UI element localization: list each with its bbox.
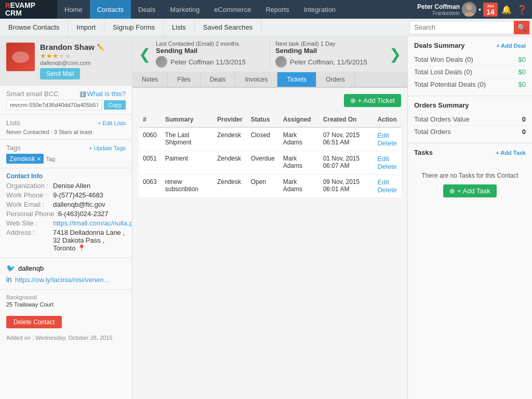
- contact-info-section: Contact Info Organization : Denise Allen…: [0, 168, 132, 258]
- col-assigned: Assigned: [279, 112, 319, 127]
- tab-tickets[interactable]: Tickets: [277, 72, 316, 87]
- contact-nav: ❮ Last Contacted (Email) 2 months Sendin…: [132, 36, 407, 72]
- delete-link[interactable]: Delete: [377, 163, 397, 170]
- user-info: Peter Coffman Frankestein: [417, 3, 460, 16]
- prev-arrow[interactable]: ❮: [139, 41, 151, 68]
- nav-deals[interactable]: Deals: [131, 0, 163, 19]
- col-id: #: [139, 112, 161, 127]
- add-task-button[interactable]: ⊕ + Add Task: [443, 184, 497, 197]
- sub-nav-signup-forms[interactable]: Signup Forms: [104, 19, 164, 36]
- delete-link[interactable]: Delete: [377, 139, 397, 147]
- ticket-assigned: Mark Adams: [279, 151, 319, 175]
- search-bar: 🔍: [409, 21, 530, 34]
- nav-marketing[interactable]: Marketing: [163, 0, 207, 19]
- tag-remove-icon[interactable]: ×: [37, 155, 41, 163]
- total-won-deals-row: Total Won Deals (0) $0: [414, 54, 526, 66]
- col-status: Status: [247, 112, 279, 127]
- col-created: Created On: [319, 112, 374, 127]
- col-summary: Summary: [161, 112, 213, 127]
- twitter-icon: 🐦: [6, 264, 15, 272]
- deals-summary-title: Deals Summary: [414, 42, 465, 49]
- edit-lists-link[interactable]: + Edit Lists: [98, 120, 126, 126]
- contact-name: Brandon Shaw: [40, 43, 95, 51]
- calendar-badge[interactable]: Jan 14: [483, 3, 498, 17]
- ticket-content: ⊕ + Add Ticket # Summary Provider Status…: [132, 88, 407, 204]
- twitter-row: 🐦 dallenqb: [6, 262, 126, 274]
- nav-home[interactable]: Home: [57, 0, 90, 19]
- add-ticket-button[interactable]: ⊕ + Add Ticket: [344, 94, 401, 107]
- sub-nav: Browse Contacts Import Signup Forms List…: [0, 19, 532, 36]
- linkedin-link[interactable]: https://ow.ly/lacinia/nisi/venen...: [15, 276, 109, 284]
- nav-ecommerce[interactable]: eCommerce: [207, 0, 258, 19]
- ticket-provider: Zendesk: [213, 175, 247, 198]
- tab-notes[interactable]: Notes: [132, 72, 168, 87]
- total-orders-value-row: Total Orders Value 0: [414, 113, 526, 126]
- last-contacted-person: Peter Coffman 11/3/2015: [156, 56, 264, 68]
- nav-items: Home Contacts Deals Marketing eCommerce …: [57, 0, 417, 19]
- ticket-status: Overdue: [247, 151, 279, 175]
- edit-link[interactable]: Edit: [377, 155, 397, 163]
- nav-reports[interactable]: Reports: [258, 0, 297, 19]
- edit-link[interactable]: Edit: [377, 178, 397, 186]
- tag-zendesk: Zendesk ×: [6, 154, 44, 164]
- lists-section: Lists + Edit Lists Never Contacted · 3 S…: [0, 115, 132, 140]
- tab-orders[interactable]: Orders: [316, 72, 355, 87]
- delete-link[interactable]: Delete: [377, 186, 397, 194]
- smart-bcc-label: Smart email BCC: [6, 90, 58, 98]
- sub-nav-import[interactable]: Import: [68, 19, 104, 36]
- address-row: Address : 7418 Delladonna Lane , 32 Dako…: [6, 229, 126, 252]
- edit-link[interactable]: Edit: [377, 131, 397, 139]
- add-task-plus-icon: ⊕: [449, 187, 455, 195]
- ticket-action: Edit Delete: [373, 127, 401, 151]
- next-task: Next task (Email) 1 Day Sending Mail Pet…: [275, 41, 384, 68]
- tab-invoices[interactable]: Invoices: [235, 72, 277, 87]
- nav-contacts[interactable]: Contacts: [90, 0, 131, 19]
- tab-deals[interactable]: Deals: [201, 72, 236, 87]
- org-row: Organization : Denise Allen: [6, 182, 126, 190]
- user-name: Peter Coffman: [417, 3, 460, 10]
- user-dropdown-arrow[interactable]: ▾: [478, 7, 481, 12]
- help-icon[interactable]: ❓: [515, 5, 529, 15]
- search-input[interactable]: [410, 23, 514, 31]
- ticket-action: Edit Delete: [373, 175, 401, 198]
- delete-contact-button[interactable]: Delete Contact: [6, 316, 62, 328]
- plus-icon: ⊕: [350, 97, 356, 104]
- next-arrow[interactable]: ❯: [389, 41, 401, 68]
- nav-integration[interactable]: Integration: [297, 0, 343, 19]
- website-link[interactable]: https://tmall.com/ac/nulla.png...: [53, 219, 132, 227]
- tab-files[interactable]: Files: [168, 72, 200, 87]
- main-layout: Brandon Shaw ✏️ ★★★★★ dallenqb@com.com S…: [0, 36, 532, 399]
- next-task-title: Sending Mail: [275, 47, 384, 55]
- smart-bcc-section: Smart email BCC ℹ️ What is this? Copy: [0, 86, 132, 115]
- ticket-id: 0051: [139, 151, 161, 175]
- search-button[interactable]: 🔍: [514, 21, 529, 34]
- table-row: 0060 The Last Shipment Zendesk Closed Ma…: [139, 127, 401, 151]
- last-contacted-label: Last Contacted (Email) 2 months: [156, 41, 264, 47]
- logo: REVAMPCRM: [0, 0, 57, 19]
- tag-input[interactable]: [46, 156, 77, 162]
- logo-text: REVAMPCRM: [5, 2, 35, 18]
- ticket-status: Closed: [247, 127, 279, 151]
- sub-nav-browse-contacts[interactable]: Browse Contacts: [0, 19, 68, 36]
- add-deal-link[interactable]: + Add Deal: [496, 43, 526, 49]
- notification-icon[interactable]: 🔔: [500, 5, 513, 15]
- last-contacted-title: Sending Mail: [156, 47, 264, 55]
- copy-button[interactable]: Copy: [104, 100, 126, 110]
- lists-label: Lists: [6, 119, 20, 127]
- total-orders-row: Total Orders 0: [414, 126, 526, 138]
- sub-nav-saved-searches[interactable]: Saved Searches: [195, 19, 261, 36]
- edit-contact-icon[interactable]: ✏️: [97, 44, 104, 51]
- bcc-input[interactable]: [6, 100, 102, 110]
- add-task-link[interactable]: + Add Task: [496, 150, 526, 156]
- ticket-summary: renew subscribtion: [161, 175, 213, 198]
- contact-stars[interactable]: ★★★★★: [40, 51, 104, 60]
- update-tags-link[interactable]: + Update Tags: [89, 145, 126, 151]
- contact-header-info: Brandon Shaw ✏️ ★★★★★ dallenqb@com.com S…: [40, 43, 104, 79]
- linkedin-icon: in: [6, 275, 12, 284]
- send-mail-button[interactable]: Send Mail: [40, 68, 80, 79]
- what-is-this-link[interactable]: ℹ️ What is this?: [79, 90, 126, 98]
- nav-right: Peter Coffman Frankestein ▾ Jan 14 🔔 ❓: [417, 2, 532, 17]
- sub-nav-lists[interactable]: Lists: [164, 19, 195, 36]
- background-label: Background: [6, 294, 126, 300]
- no-tasks-message: There are no Tasks for this Contact: [414, 162, 526, 184]
